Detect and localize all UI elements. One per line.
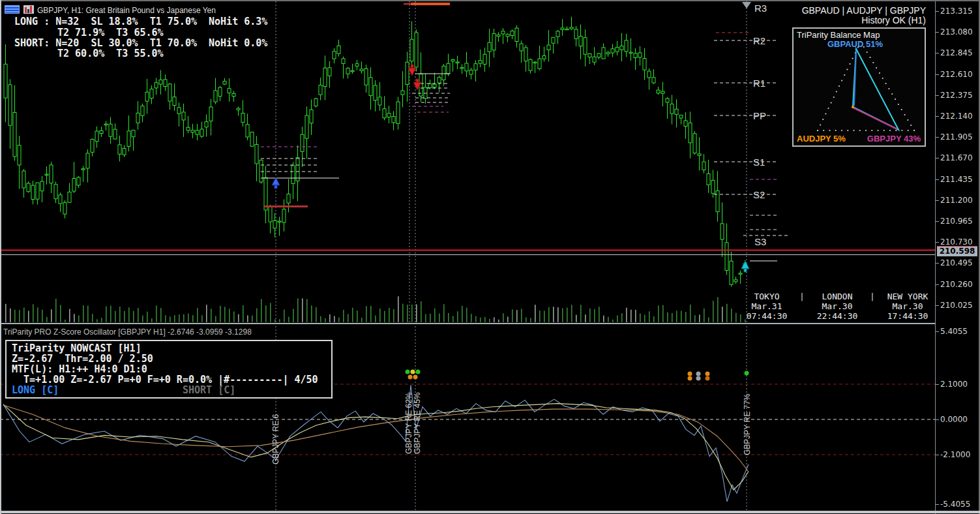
balance-polygon [853,49,898,130]
candle-body [606,52,610,53]
price-axis-label: 210.730 [940,237,973,247]
volume-bar [484,317,486,322]
candle-body [250,132,254,146]
volume-bar [375,316,376,322]
triangle-dot [889,130,891,131]
volume-bar [206,305,207,322]
volume-bar [138,308,139,322]
mt4-chart-window: R3R2R1PPS1S2S3 GBPJPY RE 6GBPJPY RE 62%G… [0,0,980,514]
gbpaud-share-label: GBPAUD 51% [827,39,883,49]
triangle-dot [867,52,868,53]
axis-tick [936,305,939,306]
price-axis-label: 212.140 [940,112,973,121]
axis-tick [936,455,939,455]
volume-bar [722,307,723,322]
volume-bar [576,315,577,322]
buy-arrow[interactable] [741,261,749,272]
panel-separator [0,323,980,324]
volume-bar [192,315,194,322]
osc-axis-label: 2.1000 [940,380,968,389]
candle-body [469,70,473,74]
audjpy-share-label: AUDJPY 5% [797,134,846,144]
osc-signal-dot [688,372,692,376]
volume-bar [370,306,372,322]
volume-bar [662,305,664,322]
candle-body [164,80,167,87]
session-col-new-york: NEW YORK Mar.30 17:44:30 [876,292,939,321]
triangle-dot [901,130,902,131]
osc-series-mid [3,404,749,490]
top-range-bar [411,3,450,5]
volume-bar [694,315,696,322]
triangle-dot [846,68,848,70]
volume-bar [539,310,541,322]
volume-bar [535,305,536,322]
candle-body [570,27,573,29]
window-border-top [0,0,980,1]
axis-tick [936,53,939,53]
candle-body [593,57,596,62]
candle-body [479,61,482,63]
volume-bar [124,311,125,322]
pivot-label-S3: S3 [754,236,766,247]
volume-bar [457,311,458,322]
volume-bar [270,303,271,322]
candle-body [255,145,258,164]
candle-body [406,62,409,84]
triangle-dot [888,88,889,89]
session-separator: | [798,292,806,321]
triangle-dot [833,97,835,98]
window-border-left [0,0,1,514]
triangle-dot [820,124,821,125]
volume-bar [97,319,98,322]
triangle-dot [859,130,861,131]
volume-bar [676,310,677,322]
candle-body [241,113,245,122]
ohlc-bars-icon[interactable] [23,5,34,14]
top-range-bar [404,3,411,5]
price-axis-label: 211.670 [940,153,973,162]
volume-bar [649,311,650,322]
short-stats-line2: T2 60.0% T3 55.0% [57,48,164,59]
candle-body [433,84,436,87]
candle-body [739,273,742,275]
buy-arrow[interactable] [272,177,280,189]
candle-body [428,84,432,88]
axis-tick [936,179,939,180]
candle-body [355,64,359,67]
volume-bar [357,310,358,322]
candle-body [511,31,514,36]
volume-bar [717,297,719,322]
quote-table-icon[interactable] [5,5,20,14]
candle-body [383,109,386,118]
osc-signal-dot [411,370,415,374]
candle-body [123,148,126,155]
candle-body [141,106,144,115]
osc-signal-dot [745,371,749,376]
candle-body [260,160,263,182]
candle-body [323,68,327,86]
osc-axis-label: -2.1000 [940,450,970,459]
triangle-dot [847,130,848,131]
triangle-dot [913,130,915,131]
session-separator: | [869,292,876,321]
volume-bar [498,320,499,322]
candle-body [447,63,450,74]
volume-bar [306,299,308,322]
osc-signal-dot [696,372,701,376]
volume-bar [83,305,84,322]
volume-bar [311,305,312,322]
gbpjpy-axis-line [853,108,897,129]
volume-bar [352,308,353,322]
candle-body [173,97,176,106]
candle-body [506,34,509,36]
volume-bar [685,312,687,322]
volume-bar [142,316,143,322]
candle-body [77,177,80,185]
volume-bar [626,308,627,322]
volume-bar [197,308,198,322]
volume-bar [466,308,468,322]
short-button[interactable]: SHORT [C] [183,384,235,396]
volume-bar [147,312,148,322]
long-button[interactable]: LONG [C] [12,384,59,396]
